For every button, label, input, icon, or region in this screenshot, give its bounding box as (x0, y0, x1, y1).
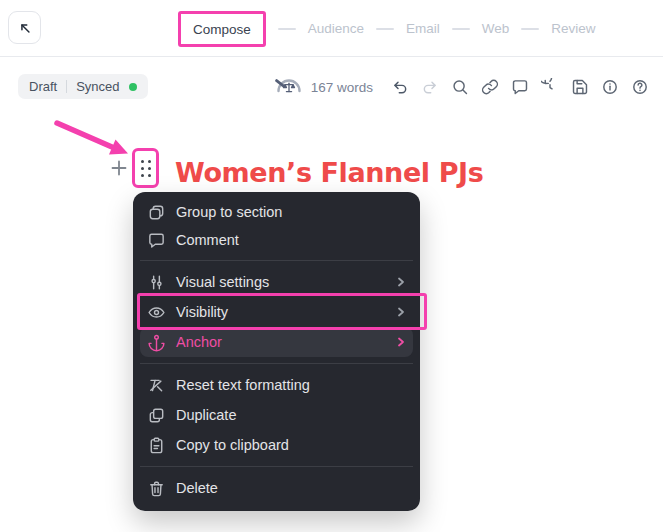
search-icon (451, 78, 469, 96)
tab-separator (452, 28, 470, 30)
readability-gauge[interactable]: 167 words (275, 75, 373, 99)
synced-status: Synced (76, 79, 119, 94)
save-button[interactable] (565, 72, 595, 102)
history-button[interactable] (535, 72, 565, 102)
menu-item-label: Copy to clipboard (176, 437, 289, 453)
link-icon (481, 78, 499, 96)
menu-item-visual-settings[interactable]: Visual settings (133, 267, 420, 297)
clear-format-icon (147, 376, 166, 395)
link-button[interactable] (475, 72, 505, 102)
draft-status: Draft (29, 79, 57, 94)
duplicate-icon (147, 406, 166, 425)
step-tabs: Compose Audience Email Web Review (178, 0, 596, 57)
chevron-right-icon (396, 337, 406, 347)
redo-icon (421, 78, 439, 96)
menu-item-label: Group to section (176, 204, 282, 220)
trash-icon (147, 479, 166, 498)
toolbar-actions: 167 words (275, 71, 655, 103)
drag-handle-annotation-box (132, 148, 159, 188)
undo-icon (391, 78, 409, 96)
menu-divider (140, 260, 413, 261)
anchor-icon (147, 333, 166, 352)
chevron-right-icon (396, 307, 406, 317)
comment-icon (511, 78, 529, 96)
menu-item-reset-text-formatting[interactable]: Reset text formatting (133, 370, 420, 400)
arrow-up-left-icon (18, 21, 32, 35)
synced-dot (129, 83, 137, 91)
search-button[interactable] (445, 72, 475, 102)
status-badge: Draft Synced (18, 74, 148, 99)
menu-item-comment[interactable]: Comment (133, 226, 420, 254)
help-button[interactable] (625, 72, 655, 102)
history-icon (541, 78, 559, 96)
document-heading[interactable]: Women’s Flannel PJs (175, 157, 483, 188)
compose-annotation-box: Compose (178, 11, 266, 47)
menu-divider (140, 363, 413, 364)
redo-button[interactable] (415, 72, 445, 102)
menu-item-duplicate[interactable]: Duplicate (133, 400, 420, 430)
save-icon (571, 78, 589, 96)
top-bar: Compose Audience Email Web Review (0, 0, 663, 57)
tab-separator (521, 28, 539, 30)
undo-button[interactable] (385, 72, 415, 102)
group-icon (147, 203, 166, 222)
help-icon (631, 78, 649, 96)
tab-separator (376, 28, 394, 30)
eye-icon (147, 303, 166, 322)
editor-toolbar: Draft Synced 167 words (0, 66, 663, 106)
editor-window: Compose Audience Email Web Review Draft … (0, 0, 663, 532)
comment-icon (147, 231, 166, 250)
tab-separator (278, 28, 296, 30)
add-block-button[interactable] (108, 157, 130, 179)
menu-item-anchor[interactable]: Anchor (140, 327, 413, 357)
menu-item-label: Anchor (176, 334, 222, 350)
menu-item-label: Reset text formatting (176, 377, 310, 393)
menu-item-label: Delete (176, 480, 218, 496)
menu-divider (140, 466, 413, 467)
readability-gauge-icon (275, 75, 303, 99)
menu-item-label: Comment (176, 232, 239, 248)
tab-email[interactable]: Email (406, 21, 440, 36)
chevron-right-icon (396, 277, 406, 287)
info-button[interactable] (595, 72, 625, 102)
menu-item-copy-to-clipboard[interactable]: Copy to clipboard (133, 430, 420, 460)
back-button[interactable] (8, 11, 41, 44)
info-icon (601, 78, 619, 96)
menu-item-group-to-section[interactable]: Group to section (133, 198, 420, 226)
block-context-menu: Group to section Comment Visual settings… (133, 192, 420, 511)
menu-item-visibility[interactable]: Visibility (133, 297, 420, 327)
sliders-icon (147, 273, 166, 292)
menu-item-label: Visibility (176, 304, 228, 320)
tab-audience[interactable]: Audience (308, 21, 364, 36)
menu-item-label: Visual settings (176, 274, 269, 290)
clipboard-icon (147, 436, 166, 455)
status-divider (66, 80, 67, 93)
tab-compose[interactable]: Compose (193, 22, 251, 37)
tab-review[interactable]: Review (551, 21, 595, 36)
plus-icon (110, 159, 128, 177)
comments-button[interactable] (505, 72, 535, 102)
menu-item-label: Duplicate (176, 407, 236, 423)
word-count: 167 words (311, 80, 373, 95)
tab-web[interactable]: Web (482, 21, 510, 36)
menu-item-delete[interactable]: Delete (133, 473, 420, 503)
drag-handle[interactable] (141, 160, 151, 177)
